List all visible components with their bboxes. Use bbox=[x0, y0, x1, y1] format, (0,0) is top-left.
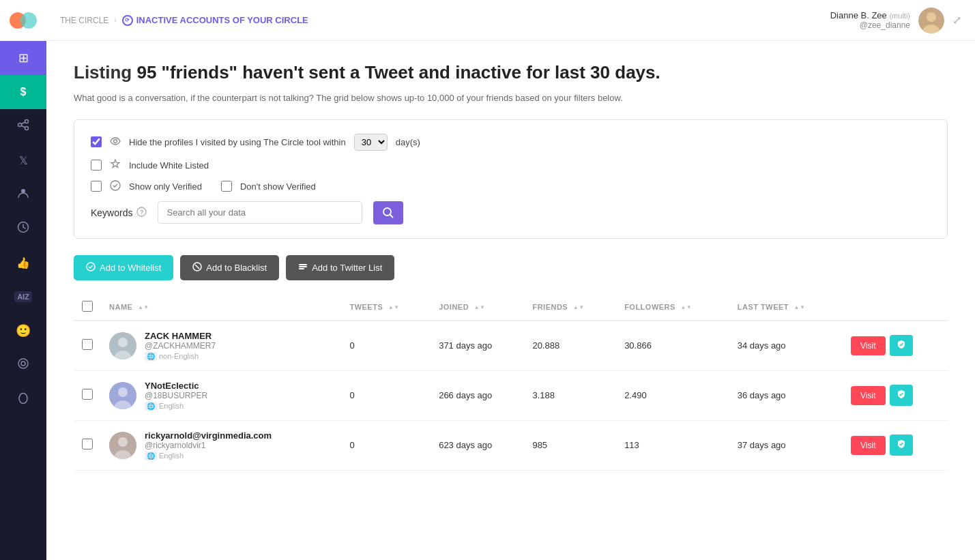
search-input[interactable] bbox=[158, 201, 362, 224]
keywords-row: Keywords ? bbox=[91, 201, 931, 224]
twitter-icon: 𝕏 bbox=[19, 154, 28, 167]
filter-row-whitelist: Include White Listed bbox=[91, 159, 931, 172]
table-header-row: NAME ▲▼ TWEETS ▲▼ JOINED ▲▼ FRIENDS bbox=[74, 294, 948, 321]
sidebar-item-target[interactable] bbox=[0, 348, 46, 382]
table-row: YNotEclectic @18BUSURPER 🌐 English 0 266… bbox=[74, 370, 948, 420]
svg-point-3 bbox=[25, 119, 29, 123]
page-content: Listing 95 "friends" haven't sent a Twee… bbox=[46, 41, 975, 560]
row-checkbox[interactable] bbox=[82, 339, 93, 350]
sidebar-item-emoji[interactable]: 🙂 bbox=[0, 314, 46, 348]
sidebar-item-egg[interactable] bbox=[0, 382, 46, 416]
page-subtitle: What good is a conversation, if the coun… bbox=[74, 93, 948, 103]
dollar-icon: $ bbox=[20, 86, 27, 98]
row-checkbox[interactable] bbox=[82, 439, 93, 450]
row-tweets: 0 bbox=[341, 321, 431, 371]
visit-button[interactable]: Visit bbox=[851, 386, 885, 405]
header-right: Dianne B. Zee (multi) @zee_dianne ⤢ bbox=[830, 8, 961, 33]
select-all-checkbox[interactable] bbox=[82, 301, 93, 312]
shield-icon bbox=[897, 389, 906, 399]
sidebar-item-thumb[interactable]: 👍 bbox=[0, 246, 46, 280]
expand-icon[interactable]: ⤢ bbox=[952, 14, 961, 27]
shield-icon bbox=[897, 439, 906, 449]
svg-point-32 bbox=[118, 387, 128, 397]
sort-tweets-icon[interactable]: ▲▼ bbox=[388, 305, 400, 310]
target-icon bbox=[17, 357, 29, 373]
user-handle: @ZACKHAMMER7 bbox=[145, 341, 216, 351]
sort-name-icon[interactable]: ▲▼ bbox=[138, 305, 149, 310]
table-wrap: NAME ▲▼ TWEETS ▲▼ JOINED ▲▼ FRIENDS bbox=[74, 294, 948, 471]
row-user-cell: YNotEclectic @18BUSURPER 🌐 English bbox=[101, 370, 341, 420]
svg-rect-25 bbox=[299, 264, 307, 265]
shield-button[interactable] bbox=[890, 335, 913, 356]
user-handle: @zee_dianne bbox=[830, 20, 910, 30]
thumb-icon: 👍 bbox=[16, 256, 30, 269]
include-whitelisted-icon bbox=[110, 159, 121, 172]
sort-last-tweet-icon[interactable]: ▲▼ bbox=[794, 305, 806, 310]
sidebar-item-clock[interactable] bbox=[0, 211, 46, 246]
user-details: rickyarnold@virginmedia.com @rickyarnold… bbox=[145, 430, 272, 460]
days-label: day(s) bbox=[396, 137, 420, 147]
col-last-tweet: LAST TWEET ▲▼ bbox=[729, 294, 843, 321]
row-last-tweet: 37 days ago bbox=[729, 420, 843, 470]
svg-point-29 bbox=[118, 338, 128, 347]
sidebar-item-grid[interactable]: ⊞ bbox=[0, 41, 46, 75]
row-checkbox-cell bbox=[74, 420, 101, 470]
row-action-cell: Visit bbox=[843, 321, 948, 371]
svg-rect-27 bbox=[299, 268, 304, 269]
add-to-whitelist-button[interactable]: Add to Whitelist bbox=[74, 255, 173, 280]
sort-joined-icon[interactable]: ▲▼ bbox=[474, 305, 486, 310]
shield-button[interactable] bbox=[890, 385, 913, 406]
add-to-twitter-list-button[interactable]: Add to Twitter List bbox=[286, 255, 394, 280]
sort-friends-icon[interactable]: ▲▼ bbox=[573, 305, 585, 310]
sidebar-item-dollar[interactable]: $ bbox=[0, 75, 46, 109]
whitelist-icon bbox=[86, 262, 96, 274]
sidebar-item-people[interactable] bbox=[0, 177, 46, 211]
twitter-list-icon bbox=[298, 262, 308, 274]
row-tweets: 0 bbox=[341, 370, 431, 420]
row-checkbox[interactable] bbox=[82, 389, 93, 400]
user-name: Dianne B. Zee (multi) bbox=[830, 10, 910, 20]
sidebar-item-ai[interactable]: AIZ bbox=[0, 280, 46, 314]
user-handle: @18BUSURPER bbox=[145, 391, 207, 400]
svg-point-16 bbox=[114, 139, 117, 143]
row-user-cell: rickyarnold@virginmedia.com @rickyarnold… bbox=[101, 420, 341, 470]
user-details: ZACK HAMMER @ZACKHAMMER7 🌐 non-English bbox=[145, 331, 216, 361]
svg-line-6 bbox=[21, 122, 25, 124]
dont-show-verified-checkbox[interactable] bbox=[221, 181, 232, 192]
svg-point-1 bbox=[20, 12, 37, 29]
people-icon bbox=[17, 187, 29, 203]
row-joined: 266 days ago bbox=[431, 370, 524, 420]
breadcrumb-separator: › bbox=[114, 16, 116, 24]
filter-row-verified: Show only Verified Don't show Verified bbox=[91, 180, 931, 193]
visit-button[interactable]: Visit bbox=[851, 336, 885, 355]
row-friends: 985 bbox=[524, 420, 616, 470]
sidebar-item-share[interactable] bbox=[0, 109, 46, 143]
shield-button[interactable] bbox=[890, 434, 913, 456]
add-to-blacklist-button[interactable]: Add to Blacklist bbox=[180, 255, 279, 280]
user-fullname: rickyarnold@virginmedia.com bbox=[145, 430, 272, 441]
row-friends: 20.888 bbox=[524, 321, 616, 371]
visit-button[interactable]: Visit bbox=[851, 436, 885, 455]
show-only-verified-checkbox[interactable] bbox=[91, 181, 102, 192]
breadcrumb-current: ⟳ INACTIVE ACCOUNTS OF YOUR CIRCLE bbox=[122, 15, 308, 26]
svg-point-10 bbox=[18, 359, 28, 368]
hide-visited-checkbox[interactable] bbox=[91, 136, 102, 147]
verified-icon-1 bbox=[110, 180, 121, 193]
row-joined: 623 days ago bbox=[431, 420, 524, 470]
col-tweets: TWEETS ▲▼ bbox=[341, 294, 431, 321]
logo[interactable]: circleboom bbox=[0, 0, 46, 41]
include-whitelisted-checkbox[interactable] bbox=[91, 160, 102, 171]
include-whitelisted-label: Include White Listed bbox=[129, 160, 209, 171]
days-select[interactable]: 30 7 14 60 90 bbox=[354, 134, 388, 151]
hide-visited-icon bbox=[110, 136, 121, 149]
breadcrumb-parent[interactable]: THE CIRCLE bbox=[60, 16, 108, 25]
search-button[interactable] bbox=[373, 201, 403, 224]
svg-line-24 bbox=[195, 265, 199, 269]
svg-point-4 bbox=[18, 123, 22, 126]
users-table: NAME ▲▼ TWEETS ▲▼ JOINED ▲▼ FRIENDS bbox=[74, 294, 948, 471]
user-lang: 🌐 English bbox=[145, 452, 272, 460]
sort-followers-icon[interactable]: ▲▼ bbox=[680, 305, 692, 310]
sidebar-item-twitter[interactable]: 𝕏 bbox=[0, 143, 46, 177]
svg-point-5 bbox=[25, 126, 29, 130]
blacklist-icon bbox=[192, 262, 202, 274]
